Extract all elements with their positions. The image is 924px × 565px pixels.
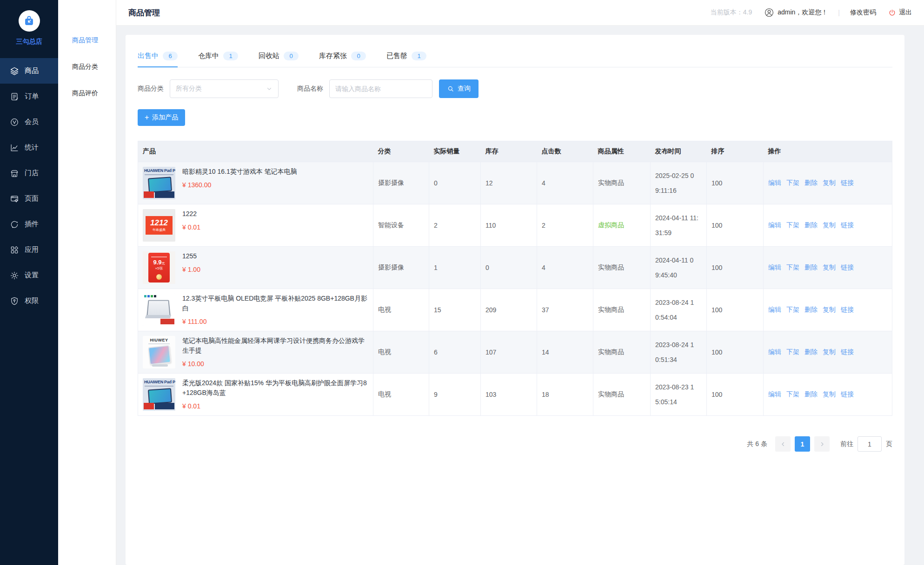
- cell-stock: 107: [481, 331, 537, 374]
- submenu-item-review[interactable]: 商品评价: [58, 80, 116, 106]
- cell-sales: 2: [429, 204, 481, 247]
- user-menu[interactable]: admin，欢迎您！: [764, 7, 828, 18]
- product-title: 暗影精灵10 16.1英寸游戏本 笔记本电脑: [182, 167, 368, 177]
- sidebar-item-member[interactable]: 会员: [0, 109, 58, 135]
- action-delete[interactable]: 删除: [804, 348, 818, 356]
- action-link[interactable]: 链接: [841, 390, 854, 399]
- action-copy[interactable]: 复制: [823, 221, 836, 230]
- tab-warehouse[interactable]: 仓库中 1: [198, 47, 238, 67]
- action-edit[interactable]: 编辑: [768, 348, 781, 356]
- cell-attribute: 实物商品: [598, 390, 624, 398]
- cell-attribute: 虚拟商品: [598, 221, 624, 229]
- cell-sales: 9: [429, 374, 481, 416]
- brand-logo[interactable]: 三勾总店: [0, 0, 58, 46]
- sidebar-item-label: 门店: [25, 169, 39, 177]
- cell-attribute: 实物商品: [598, 179, 624, 186]
- category-select[interactable]: 所有分类: [170, 79, 279, 98]
- action-edit[interactable]: 编辑: [768, 306, 781, 314]
- logout-link[interactable]: 退出: [888, 8, 912, 17]
- sidebar-item-settings[interactable]: 设置: [0, 263, 58, 288]
- tab-recycle[interactable]: 回收站 0: [259, 47, 299, 67]
- tab-label: 仓库中: [198, 52, 219, 60]
- sidebar-item-apps[interactable]: 应用: [0, 237, 58, 263]
- search-button[interactable]: 查询: [439, 79, 479, 98]
- permission-icon: [10, 296, 19, 306]
- pagination-page-1[interactable]: 1: [795, 436, 810, 452]
- action-link[interactable]: 链接: [841, 221, 854, 230]
- sidebar-item-order[interactable]: 订单: [0, 84, 58, 109]
- action-delete[interactable]: 删除: [804, 263, 818, 272]
- column-category: 分类: [373, 141, 429, 162]
- product-name-input[interactable]: [329, 79, 432, 98]
- table-row: 1212年终盛典 1222 ¥ 0.01 智能设备 2 110 2 虚拟商品 2…: [138, 204, 892, 247]
- add-product-button[interactable]: + 添加产品: [138, 109, 185, 126]
- pagination-prev-button[interactable]: [775, 436, 791, 452]
- action-offshelf[interactable]: 下架: [786, 306, 799, 314]
- action-delete[interactable]: 删除: [804, 390, 818, 399]
- tab-count-badge: 6: [163, 52, 178, 60]
- cell-category: 电视: [373, 374, 429, 416]
- member-icon: [10, 118, 19, 127]
- sidebar-item-label: 应用: [25, 245, 39, 254]
- cell-sort: 100: [707, 331, 764, 374]
- column-product: 产品: [138, 141, 373, 162]
- action-link[interactable]: 链接: [841, 348, 854, 356]
- action-edit[interactable]: 编辑: [768, 390, 781, 399]
- action-offshelf[interactable]: 下架: [786, 390, 799, 399]
- sidebar-item-store[interactable]: 门店: [0, 160, 58, 186]
- sidebar-item-permission[interactable]: 权限: [0, 288, 58, 314]
- sidebar-item-label: 权限: [25, 296, 39, 305]
- cell-category: 电视: [373, 289, 429, 331]
- cell-attribute: 实物商品: [598, 263, 624, 271]
- product-thumbnail: HUAIWEN Pad Pro: [143, 378, 175, 411]
- action-copy[interactable]: 复制: [823, 390, 836, 399]
- action-copy[interactable]: 复制: [823, 348, 836, 356]
- tab-lowstock[interactable]: 库存紧张 0: [319, 47, 366, 67]
- sidebar-item-plugin[interactable]: 插件: [0, 211, 58, 237]
- action-edit[interactable]: 编辑: [768, 221, 781, 230]
- table-row: HUAIWEN Pad Pro 暗影精灵10 16.1英寸游戏本 笔记本电脑 ¥…: [138, 162, 892, 204]
- cell-clicks: 37: [537, 289, 593, 331]
- name-filter-label: 商品名称: [297, 85, 323, 93]
- pagination-next-button[interactable]: [814, 436, 830, 452]
- action-link[interactable]: 链接: [841, 306, 854, 314]
- cell-sort: 100: [707, 247, 764, 289]
- action-offshelf[interactable]: 下架: [786, 263, 799, 272]
- sub-sidebar: 商品管理商品分类商品评价: [58, 0, 116, 565]
- apps-icon: [10, 245, 19, 255]
- tab-count-badge: 0: [351, 52, 366, 60]
- product-price: ¥ 0.01: [182, 402, 368, 410]
- change-password-link[interactable]: 修改密码: [850, 8, 876, 17]
- cell-category: 智能设备: [373, 204, 429, 247]
- sidebar-item-stats[interactable]: 统计: [0, 135, 58, 160]
- submenu-item-category[interactable]: 商品分类: [58, 53, 116, 80]
- action-link[interactable]: 链接: [841, 179, 854, 187]
- action-link[interactable]: 链接: [841, 263, 854, 272]
- sidebar-item-goods[interactable]: 商品: [0, 58, 58, 84]
- action-offshelf[interactable]: 下架: [786, 221, 799, 230]
- action-edit[interactable]: 编辑: [768, 263, 781, 272]
- action-delete[interactable]: 删除: [804, 306, 818, 314]
- action-edit[interactable]: 编辑: [768, 179, 781, 187]
- tab-onsale[interactable]: 出售中 6: [138, 47, 178, 67]
- pagination-goto-input[interactable]: [858, 436, 882, 452]
- product-thumbnail: [143, 294, 175, 326]
- column-actions: 操作: [764, 141, 892, 162]
- cell-sort: 100: [707, 204, 764, 247]
- action-delete[interactable]: 删除: [804, 179, 818, 187]
- action-offshelf[interactable]: 下架: [786, 179, 799, 187]
- product-price: ¥ 111.00: [182, 318, 368, 325]
- bag-icon: [19, 10, 40, 32]
- pagination-total: 共 6 条: [747, 440, 767, 448]
- action-copy[interactable]: 复制: [823, 306, 836, 314]
- action-delete[interactable]: 删除: [804, 221, 818, 230]
- product-title: 12.3英寸平板电脑 OLED电竞屏 平板补贴2025 8GB+128GB月影白: [182, 294, 368, 313]
- tab-soldout[interactable]: 已售罄 1: [386, 47, 426, 67]
- action-copy[interactable]: 复制: [823, 179, 836, 187]
- action-offshelf[interactable]: 下架: [786, 348, 799, 356]
- sidebar-item-page[interactable]: 页面: [0, 186, 58, 211]
- cell-sort: 100: [707, 162, 764, 204]
- submenu-item-manage[interactable]: 商品管理: [58, 27, 116, 53]
- action-copy[interactable]: 复制: [823, 263, 836, 272]
- sidebar-item-label: 设置: [25, 271, 39, 280]
